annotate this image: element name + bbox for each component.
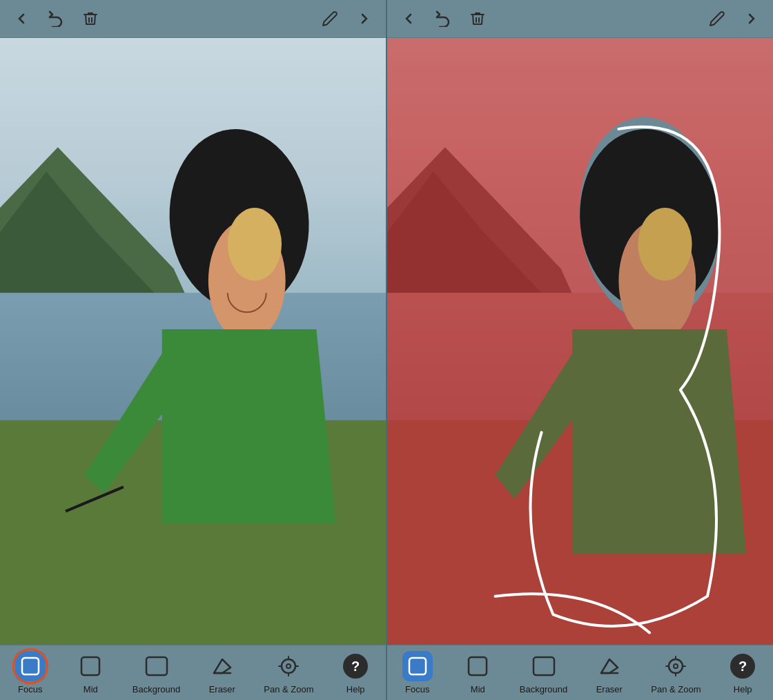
left-pencil-button[interactable] [320,8,340,29]
left-undo-button[interactable] [46,8,66,29]
left-mid-label: Mid [84,684,98,694]
right-background-icon-wrap [529,651,559,681]
left-help-label: Help [346,684,365,694]
left-prev-button[interactable] [11,8,32,29]
right-eraser-icon-wrap [594,651,625,681]
right-mid-icon-wrap [462,651,493,681]
main-container: Focus Mid Background [0,0,773,700]
left-toolbar [0,0,386,38]
left-eraser-icon-wrap [207,651,237,681]
right-help-button[interactable]: ? Help [718,648,767,697]
right-focus-icon-wrap [402,651,433,681]
right-help-icon: ? [730,654,755,679]
left-eraser-button[interactable]: Eraser [198,648,246,697]
right-delete-button[interactable] [467,8,488,29]
left-delete-button[interactable] [80,8,101,29]
left-eraser-label: Eraser [209,684,235,694]
right-background-button[interactable]: Background [514,648,573,697]
right-photo-area [387,38,773,645]
svg-rect-12 [534,657,554,675]
right-focus-label: Focus [405,684,429,694]
left-help-icon-wrap: ? [340,651,371,681]
left-photo-canvas[interactable] [0,38,386,645]
left-pan-zoom-button[interactable]: Pan & Zoom [258,648,319,697]
right-mid-button[interactable]: Mid [453,648,502,697]
left-mid-button[interactable]: Mid [66,648,115,697]
right-photo-canvas[interactable] [387,38,773,645]
right-focus-button[interactable]: Focus [393,648,442,697]
left-focus-label: Focus [18,684,42,694]
left-photo-area [0,38,386,645]
right-mid-label: Mid [471,684,485,694]
focus-active-ring [12,648,48,684]
svg-rect-2 [146,657,167,675]
right-help-label: Help [734,684,752,694]
right-pan-zoom-button[interactable]: Pan & Zoom [645,648,706,697]
right-help-icon-wrap: ? [727,651,758,681]
left-background-label: Background [133,684,180,694]
left-pan-zoom-icon-wrap [273,651,304,681]
right-panel: Focus Mid Background [387,0,773,700]
left-bottom-toolbar: Focus Mid Background [0,645,386,700]
svg-point-15 [674,664,678,668]
right-undo-button[interactable] [433,8,453,29]
svg-rect-1 [81,657,99,675]
left-pan-zoom-label: Pan & Zoom [264,684,313,694]
left-next-button[interactable] [354,8,375,29]
svg-rect-10 [409,658,426,674]
right-pencil-button[interactable] [707,8,727,29]
left-help-icon: ? [343,654,368,679]
right-toolbar [387,0,773,38]
left-focus-button[interactable]: Focus [6,648,55,697]
right-background-label: Background [520,684,567,694]
right-pan-zoom-label: Pan & Zoom [651,684,701,694]
right-next-button[interactable] [741,8,762,29]
left-help-button[interactable]: ? Help [331,648,380,697]
left-background-icon-wrap [141,651,172,681]
svg-point-5 [286,664,291,668]
right-pan-zoom-icon-wrap [661,651,691,681]
right-prev-button[interactable] [398,8,419,29]
left-panel: Focus Mid Background [0,0,387,700]
left-mid-icon-wrap [75,651,106,681]
svg-point-4 [282,659,295,673]
svg-rect-11 [469,657,487,675]
right-bottom-toolbar: Focus Mid Background [387,645,773,700]
left-background-button[interactable]: Background [127,648,186,697]
right-eraser-button[interactable]: Eraser [585,648,634,697]
svg-point-14 [669,659,683,673]
right-eraser-label: Eraser [596,684,623,694]
left-focus-icon-wrap [15,651,46,681]
